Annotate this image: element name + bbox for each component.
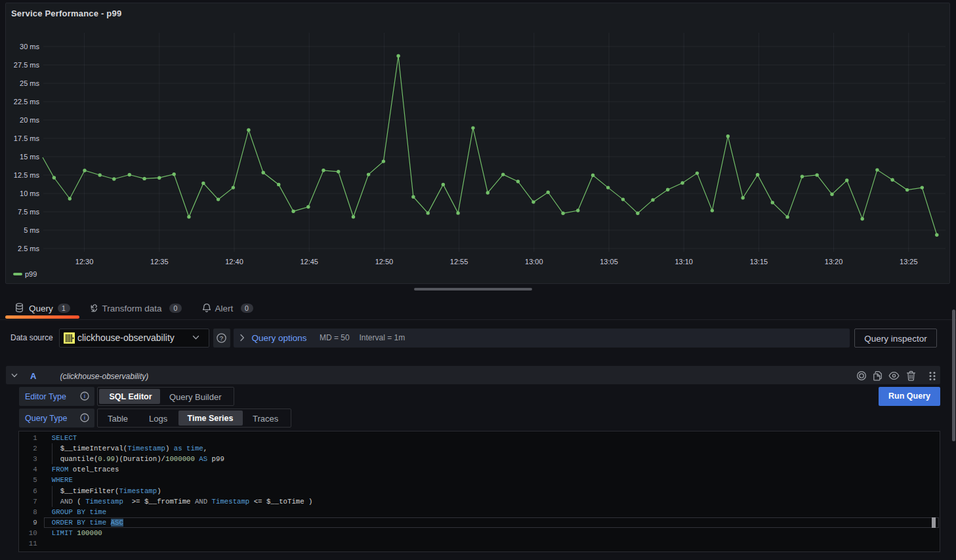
svg-text:30 ms: 30 ms [20,43,39,50]
svg-text:20 ms: 20 ms [20,116,39,124]
svg-text:17.5 ms: 17.5 ms [14,134,40,142]
svg-text:i: i [84,414,85,421]
svg-text:?: ? [220,334,223,341]
svg-text:22.5 ms: 22.5 ms [14,98,40,106]
svg-text:2.5 ms: 2.5 ms [18,245,40,252]
svg-text:13:25: 13:25 [900,258,918,266]
svg-text:13:20: 13:20 [825,258,843,266]
svg-text:10 ms: 10 ms [20,190,39,197]
svg-text:12:30: 12:30 [75,258,94,266]
svg-text:13:00: 13:00 [525,258,543,266]
svg-text:12:40: 12:40 [225,258,243,266]
svg-text:12.5 ms: 12.5 ms [14,171,40,179]
svg-text:13:10: 13:10 [675,258,693,266]
svg-text:13:15: 13:15 [750,258,768,266]
svg-text:12:50: 12:50 [375,258,394,266]
svg-text:13:05: 13:05 [600,258,618,266]
svg-text:12:45: 12:45 [300,258,318,266]
svg-text:15 ms: 15 ms [20,153,39,161]
svg-text:5 ms: 5 ms [24,226,39,234]
svg-text:12:55: 12:55 [450,258,468,266]
svg-text:25 ms: 25 ms [20,79,39,87]
svg-text:27.5 ms: 27.5 ms [14,61,40,69]
svg-text:7.5 ms: 7.5 ms [18,208,40,216]
svg-text:12:35: 12:35 [150,258,169,266]
svg-text:i: i [84,393,85,399]
